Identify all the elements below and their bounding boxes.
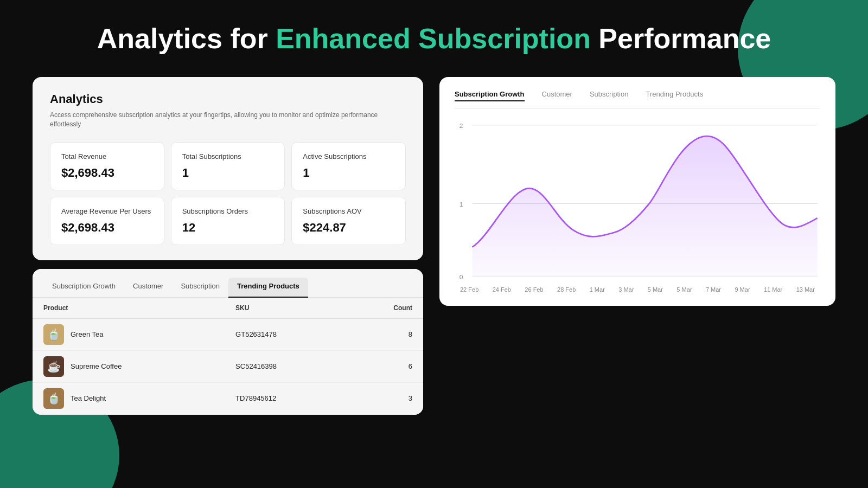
product-table: Product SKU Count 🍵 Green Tea xyxy=(33,298,423,415)
metric-value-1: 1 xyxy=(182,166,274,180)
product-img-1: ☕ xyxy=(43,356,64,377)
product-cell-0: 🍵 Green Tea xyxy=(43,324,214,345)
metric-total-subscriptions: Total Subscriptions 1 xyxy=(171,142,285,190)
metric-label-0: Total Revenue xyxy=(61,152,153,160)
metric-label-5: Subscriptions AOV xyxy=(303,207,394,215)
page-header: Analytics for Enhanced Subscription Perf… xyxy=(33,22,835,55)
table-card: Subscription Growth Customer Subscriptio… xyxy=(33,269,423,415)
product-sku-2: TD78945612 xyxy=(225,382,346,414)
table-row: 🍵 Tea Delight TD78945612 3 xyxy=(33,382,423,414)
metric-value-4: 12 xyxy=(182,221,274,235)
col-count: Count xyxy=(346,298,423,319)
table-tab-customer[interactable]: Customer xyxy=(124,278,172,298)
x-label-7: 5 Mar xyxy=(676,286,692,293)
x-label-2: 26 Feb xyxy=(525,286,543,293)
table-row: 🍵 Green Tea GT52631478 8 xyxy=(33,318,423,350)
metric-label-1: Total Subscriptions xyxy=(182,152,274,160)
svg-text:0: 0 xyxy=(459,273,463,281)
product-sku-0: GT52631478 xyxy=(225,318,346,350)
x-label-10: 11 Mar xyxy=(764,286,782,293)
product-name-0: Green Tea xyxy=(71,330,103,338)
x-label-1: 24 Feb xyxy=(493,286,511,293)
metric-value-5: $224.87 xyxy=(303,221,394,235)
chart-area: 2 1 0 xyxy=(455,119,820,282)
x-label-3: 28 Feb xyxy=(557,286,576,293)
x-label-8: 7 Mar xyxy=(706,286,721,293)
metrics-grid: Total Revenue $2,698.43 Total Subscripti… xyxy=(50,142,406,245)
left-panel: Analytics Access comprehensive subscript… xyxy=(33,77,423,415)
metric-active-subscriptions: Active Subscriptions 1 xyxy=(291,142,406,190)
chart-tab-subscription-growth[interactable]: Subscription Growth xyxy=(455,90,525,101)
main-layout: Analytics Access comprehensive subscript… xyxy=(33,77,835,415)
product-count-0: 8 xyxy=(346,318,423,350)
metric-arpu: Average Revenue Per Users $2,698.43 xyxy=(50,197,164,245)
table-tab-subscription[interactable]: Subscription xyxy=(172,278,228,298)
table-tab-bar: Subscription Growth Customer Subscriptio… xyxy=(33,269,423,298)
chart-panel: Subscription Growth Customer Subscriptio… xyxy=(439,77,835,306)
x-axis-labels: 22 Feb 24 Feb 26 Feb 28 Feb 1 Mar 3 Mar … xyxy=(455,286,820,293)
table-row: ☕ Supreme Coffee SC52416398 6 xyxy=(33,350,423,382)
metric-value-3: $2,698.43 xyxy=(61,221,153,235)
x-label-4: 1 Mar xyxy=(590,286,605,293)
x-label-5: 3 Mar xyxy=(618,286,634,293)
col-product: Product xyxy=(33,298,225,319)
product-cell-1: ☕ Supreme Coffee xyxy=(43,356,214,377)
chart-tab-bar: Subscription Growth Customer Subscriptio… xyxy=(455,90,820,108)
chart-tab-customer[interactable]: Customer xyxy=(542,90,572,101)
analytics-subtitle: Access comprehensive subscription analyt… xyxy=(50,111,406,129)
svg-text:1: 1 xyxy=(459,201,463,208)
x-label-0: 22 Feb xyxy=(460,286,478,293)
product-count-2: 3 xyxy=(346,382,423,414)
metric-value-0: $2,698.43 xyxy=(61,166,153,180)
metric-total-revenue: Total Revenue $2,698.43 xyxy=(50,142,164,190)
analytics-card: Analytics Access comprehensive subscript… xyxy=(33,77,423,260)
table-tab-subscription-growth[interactable]: Subscription Growth xyxy=(43,278,124,298)
metric-aov: Subscriptions AOV $224.87 xyxy=(291,197,406,245)
metric-subscription-orders: Subscriptions Orders 12 xyxy=(171,197,285,245)
x-label-6: 5 Mar xyxy=(648,286,663,293)
metric-label-2: Active Subscriptions xyxy=(303,152,394,160)
product-img-0: 🍵 xyxy=(43,324,64,345)
product-name-1: Supreme Coffee xyxy=(71,362,122,370)
svg-text:2: 2 xyxy=(459,123,463,130)
col-sku: SKU xyxy=(225,298,346,319)
table-tab-trending-products[interactable]: Trending Products xyxy=(228,278,308,298)
product-sku-1: SC52416398 xyxy=(225,350,346,382)
product-count-1: 6 xyxy=(346,350,423,382)
metric-label-3: Average Revenue Per Users xyxy=(61,207,153,215)
metric-label-4: Subscriptions Orders xyxy=(182,207,274,215)
x-label-9: 9 Mar xyxy=(735,286,750,293)
page-title: Analytics for Enhanced Subscription Perf… xyxy=(33,22,835,55)
product-cell-2: 🍵 Tea Delight xyxy=(43,388,214,409)
metric-value-2: 1 xyxy=(303,166,394,180)
chart-tab-subscription[interactable]: Subscription xyxy=(590,90,629,101)
chart-tab-trending-products[interactable]: Trending Products xyxy=(646,90,703,101)
product-name-2: Tea Delight xyxy=(71,394,106,402)
analytics-title: Analytics xyxy=(50,92,406,106)
x-label-11: 13 Mar xyxy=(796,286,815,293)
product-img-2: 🍵 xyxy=(43,388,64,409)
chart-svg: 2 1 0 xyxy=(455,119,820,282)
